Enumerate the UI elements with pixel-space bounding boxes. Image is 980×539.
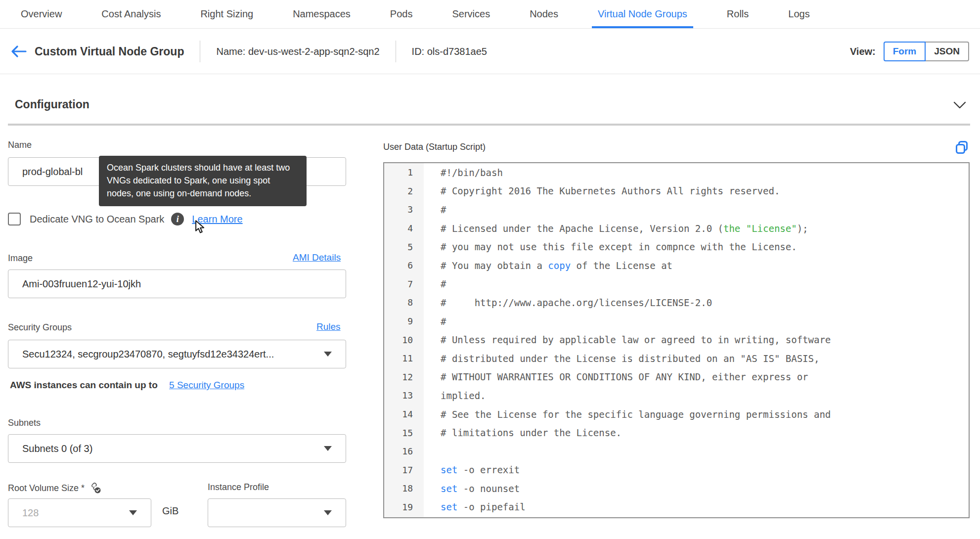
code-line: 18set -o nounset — [384, 479, 969, 498]
code-line: 17set -o errexit — [384, 461, 969, 480]
root-volume-size-select[interactable]: 128 — [8, 498, 151, 527]
line-number: 1 — [384, 163, 424, 182]
line-number: 16 — [384, 442, 424, 461]
gib-unit-label: GiB — [162, 505, 178, 517]
security-groups-value: Secu12324, secgroup23470870, segtuyfsd12… — [22, 349, 324, 360]
code-line: 11# distributed under the License is dis… — [384, 349, 969, 368]
rules-link[interactable]: Rules — [316, 321, 341, 332]
tab-pods[interactable]: Pods — [384, 0, 419, 28]
arrow-left-icon — [11, 45, 27, 58]
code-line: 6# You may obtain a copy of the License … — [384, 256, 969, 275]
security-groups-select[interactable]: Secu12324, secgroup23470870, segtuyfsd12… — [8, 340, 346, 368]
code-lines: 1#!/bin/bash2# Copyright 2016 The Kubern… — [384, 163, 969, 516]
virtual-node-group-page: OverviewCost AnalysisRight SizingNamespa… — [0, 0, 980, 539]
tab-namespaces[interactable]: Namespaces — [287, 0, 356, 28]
code-text: set -o nounset — [424, 483, 520, 494]
ocean-spark-tooltip: Ocean Spark clusters should have at leas… — [99, 156, 307, 206]
caret-down-icon — [324, 446, 332, 451]
user-data-label: User Data (Startup Script) — [383, 142, 486, 152]
tab-overview[interactable]: Overview — [15, 0, 68, 28]
ami-details-link[interactable]: AMI Details — [293, 252, 341, 263]
dedicate-vng-checkbox[interactable] — [8, 213, 21, 225]
line-number: 4 — [384, 219, 424, 238]
five-security-groups-link[interactable]: 5 Security Groups — [169, 380, 244, 390]
tab-nodes[interactable]: Nodes — [524, 0, 564, 28]
line-number: 15 — [384, 423, 424, 442]
view-json-button[interactable]: JSON — [925, 42, 969, 61]
code-text: # limitations under the License. — [424, 427, 622, 438]
subnets-select[interactable]: Subnets 0 (of 3) — [8, 434, 346, 463]
vng-name: Name: dev-us-west-2-app-sqn2-sqn2 — [216, 46, 379, 57]
back-button[interactable] — [11, 45, 28, 58]
line-number: 2 — [384, 182, 424, 201]
link-check-icon — [89, 482, 101, 494]
subnets-label: Subnets — [8, 418, 41, 428]
image-field-label: Image — [8, 253, 33, 264]
code-text: # distributed under the License is distr… — [424, 353, 819, 364]
root-volume-size-placeholder: 128 — [22, 507, 129, 519]
code-text: set -o errexit — [424, 464, 520, 475]
tab-logs[interactable]: Logs — [782, 0, 815, 28]
security-groups-hint: AWS instances can contain up to 5 Securi… — [10, 380, 244, 391]
mouse-cursor — [194, 220, 207, 234]
code-text: # Copyright 2016 The Kubernetes Authors … — [424, 185, 780, 196]
view-toggle-group: View: Form JSON — [850, 42, 969, 61]
security-groups-label: Security Groups — [8, 322, 72, 333]
code-text: # Unless required by applicable law or a… — [424, 334, 831, 345]
copy-icon[interactable] — [954, 140, 969, 158]
configuration-section-title: Configuration — [15, 98, 89, 111]
page-title: Custom Virtual Node Group — [35, 45, 184, 58]
tab-rolls[interactable]: Rolls — [721, 0, 755, 28]
line-number: 3 — [384, 200, 424, 219]
root-volume-label: Root Volume Size * — [8, 483, 85, 494]
tab-virtual-node-groups[interactable]: Virtual Node Groups — [592, 0, 693, 28]
code-text: #!/bin/bash — [424, 167, 503, 178]
name-field-label: Name — [8, 140, 32, 150]
line-number: 6 — [384, 256, 424, 275]
code-text: # — [424, 316, 446, 327]
tab-cost-analysis[interactable]: Cost Analysis — [95, 0, 167, 28]
code-text: # http://www.apache.org/licenses/LICENSE… — [424, 297, 712, 308]
tab-bar: OverviewCost AnalysisRight SizingNamespa… — [0, 0, 980, 29]
vng-id: ID: ols-d7381ae5 — [412, 46, 487, 57]
code-line: 12# WITHOUT WARRANTIES OR CONDITIONS OF … — [384, 368, 969, 387]
tab-right-sizing[interactable]: Right Sizing — [194, 0, 259, 28]
line-number: 18 — [384, 479, 424, 498]
line-number: 8 — [384, 293, 424, 312]
code-text: set -o pipefail — [424, 501, 526, 512]
chevron-down-icon[interactable] — [953, 101, 966, 111]
dedicate-vng-label: Dedicate VNG to Ocean Spark — [30, 214, 164, 225]
dedicate-vng-row: Dedicate VNG to Ocean Spark i Learn More — [8, 213, 243, 225]
view-form-button[interactable]: Form — [884, 42, 926, 61]
instance-profile-select[interactable] — [208, 498, 346, 527]
line-number: 7 — [384, 275, 424, 294]
code-line: 9# — [384, 312, 969, 331]
code-text: implied. — [424, 390, 486, 401]
code-line: 13implied. — [384, 386, 969, 405]
code-line: 3# — [384, 200, 969, 219]
line-number: 9 — [384, 312, 424, 331]
user-data-editor[interactable]: 1#!/bin/bash2# Copyright 2016 The Kubern… — [383, 162, 970, 518]
root-volume-label-row: Root Volume Size * — [8, 482, 101, 494]
code-line: 5# you may not use this file except in c… — [384, 237, 969, 256]
line-number: 19 — [384, 498, 424, 517]
code-line: 2# Copyright 2016 The Kubernetes Authors… — [384, 182, 969, 201]
line-number: 14 — [384, 405, 424, 424]
code-line: 19set -o pipefail — [384, 498, 969, 517]
code-text: # — [424, 204, 446, 215]
code-text: # you may not use this file except in co… — [424, 241, 797, 252]
divider — [396, 41, 396, 62]
info-icon[interactable]: i — [171, 213, 184, 225]
tab-services[interactable]: Services — [446, 0, 496, 28]
caret-down-icon — [129, 510, 137, 515]
code-text: # See the License for the specific langu… — [424, 409, 831, 420]
code-text: # Licensed under the Apache License, Ver… — [424, 223, 808, 234]
code-text: # — [424, 278, 446, 289]
code-line: 4# Licensed under the Apache License, Ve… — [384, 219, 969, 238]
caret-down-icon — [324, 510, 332, 515]
instance-profile-label: Instance Profile — [208, 482, 269, 493]
page-header: Custom Virtual Node Group Name: dev-us-w… — [0, 29, 980, 74]
code-text: # WITHOUT WARRANTIES OR CONDITIONS OF AN… — [424, 371, 808, 382]
image-input[interactable] — [8, 270, 346, 298]
section-divider — [8, 124, 970, 126]
